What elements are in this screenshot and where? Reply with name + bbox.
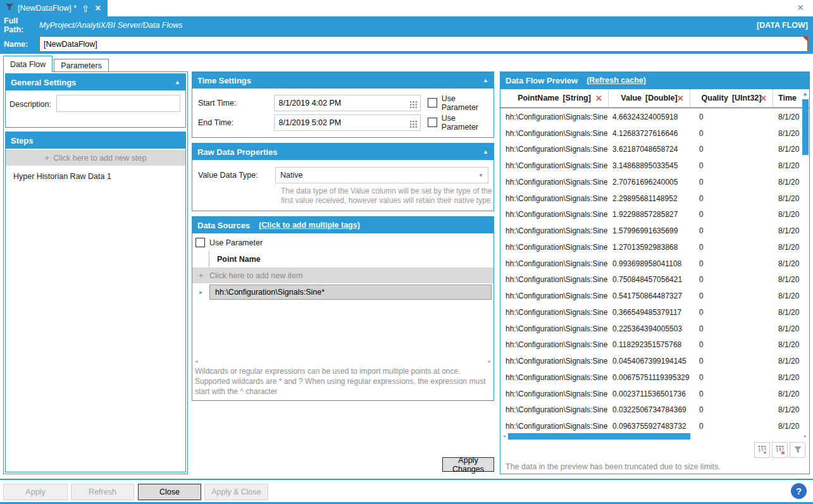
tab-parameters[interactable]: Parameters [54,59,109,72]
data-source-row[interactable]: ▸hh:\Configuration\Signals:Sine* [192,284,493,300]
vertical-scrollbar[interactable]: ▲ [801,90,809,433]
table-cell: 0 [690,340,773,349]
data-source-value[interactable]: hh:\Configuration\Signals:Sine* [209,285,492,300]
step-list-item[interactable]: Hyper Historian Raw Data 1 [6,168,185,185]
point-name-column-header[interactable]: Point Name [192,251,493,267]
filter-button[interactable] [790,442,805,458]
start-time-input[interactable] [274,95,421,111]
date-picker-icon[interactable] [410,119,417,130]
vertical-scrollbar-thumb[interactable] [802,99,809,155]
table-row[interactable]: hh:\Configuration\Signals:Sine0.36654948… [500,304,801,321]
table-cell: hh:\Configuration\Signals:Sine [500,259,609,268]
apply-changes-button[interactable]: Apply Changes [442,457,494,472]
table-row[interactable]: hh:\Configuration\Signals:Sine0.00237115… [500,386,801,402]
table-row[interactable]: hh:\Configuration\Signals:Sine0.54175086… [500,288,801,304]
table-cell: hh:\Configuration\Signals:Sine [500,275,609,284]
preview-toolbar [500,439,809,460]
remove-column-icon[interactable]: ✕ [677,94,684,103]
data-flow-preview-panel: Data Flow Preview (Refresh cache) PointN… [500,71,810,474]
table-row[interactable]: hh:\Configuration\Signals:Sine0.75084845… [500,271,801,288]
table-row[interactable]: hh:\Configuration\Signals:Sine4.12683727… [500,125,801,142]
table-row[interactable]: hh:\Configuration\Signals:Sine0.22536439… [500,321,801,337]
window-close-icon[interactable]: ✕ [797,3,804,13]
promote-icon[interactable]: ⇧ [82,4,90,13]
collapse-icon[interactable]: ▲ [483,77,488,83]
table-row[interactable]: hh:\Configuration\Signals:Sine1.27013592… [500,239,801,255]
end-use-parameter-checkbox[interactable] [428,118,437,127]
table-row[interactable]: hh:\Configuration\Signals:Sine0.03225067… [500,402,801,418]
column-label: Value [621,94,642,102]
horizontal-scrollbar-thumb[interactable] [508,433,690,439]
table-cell: hh:\Configuration\Signals:Sine [500,145,609,154]
column-header-value[interactable]: Value[Double]✕ [609,89,690,108]
refresh-cache-link[interactable]: (Refresh cache) [586,76,646,85]
table-cell: 8/1/20 [773,243,801,252]
table-cell: 8/1/20 [773,113,801,121]
name-input[interactable] [39,36,808,52]
time-settings-header[interactable]: Time Settings ▲ [192,72,493,89]
value-data-type-hint: The data type of the Value column will b… [281,187,494,206]
document-tab[interactable]: [NewDataFlow] * ⇧ ✕ [0,0,108,16]
collapse-icon[interactable]: ▲ [175,79,180,85]
remove-column-filter-button[interactable] [772,442,788,458]
table-cell: hh:\Configuration\Signals:Sine [500,243,609,252]
column-header-pointname[interactable]: PointName[String]✕ [500,89,609,108]
sources-use-parameter-checkbox[interactable] [195,238,205,247]
end-time-input[interactable] [274,114,421,131]
add-item-button[interactable]: + Click here to add new item [192,267,493,283]
table-row[interactable]: hh:\Configuration\Signals:Sine2.29895681… [500,190,801,207]
help-button[interactable]: ? [791,483,807,499]
table-cell: 8/1/20 [773,390,801,398]
close-button[interactable]: Close [138,484,201,500]
table-cell: 8/1/20 [773,405,801,414]
table-row[interactable]: hh:\Configuration\Signals:Sine4.66324324… [500,109,801,125]
add-column-filter-button[interactable] [754,442,770,458]
apply-button[interactable]: Apply [3,484,68,500]
scroll-left-icon[interactable]: ◂ [195,358,198,364]
horizontal-scrollbar[interactable]: ◂ ▸ [500,433,809,439]
apply-close-button[interactable]: Apply & Close [204,484,268,500]
data-sources-title: Data Sources [197,221,250,230]
column-header-quality[interactable]: Quality[UInt32]✕ [690,89,773,108]
date-picker-icon[interactable] [410,99,417,111]
scroll-left-icon[interactable]: ◂ [500,433,508,439]
end-time-label: End Time: [192,118,274,127]
collapse-icon[interactable]: ▲ [483,149,488,155]
table-row[interactable]: hh:\Configuration\Signals:Sine0.00675751… [500,369,801,386]
remove-column-icon[interactable]: ✕ [595,94,602,103]
scroll-right-icon[interactable]: ▸ [802,433,809,439]
scroll-up-icon[interactable]: ▲ [801,90,809,98]
table-cell: 0.00675751119395329 [609,373,690,382]
table-row[interactable]: hh:\Configuration\Signals:Sine3.62187048… [500,141,801,157]
use-parameter-label: Use Parameter [442,114,493,132]
tab-close-icon[interactable]: ✕ [95,4,101,13]
tab-data-flow[interactable]: Data Flow [3,56,53,72]
table-row[interactable]: hh:\Configuration\Signals:Sine3.14868895… [500,157,801,174]
general-settings-header[interactable]: General Settings ▲ [6,74,185,90]
table-row[interactable]: hh:\Configuration\Signals:Sine0.09637559… [500,418,801,433]
table-row[interactable]: hh:\Configuration\Signals:Sine1.57996991… [500,223,801,239]
table-row[interactable]: hh:\Configuration\Signals:Sine2.70761696… [500,174,801,190]
table-cell: 8/1/20 [773,259,801,268]
preview-column-headers: PointName[String]✕Value[Double]✕Quality[… [500,89,809,108]
steps-panel: Steps + Click here to add new step Hyper… [5,132,186,472]
scroll-right-icon[interactable]: ▸ [488,358,491,364]
filter-icon [793,445,803,455]
table-row[interactable]: hh:\Configuration\Signals:Sine0.04540673… [500,353,801,369]
table-row[interactable]: hh:\Configuration\Signals:Sine0.11829235… [500,336,801,353]
description-input[interactable] [56,95,180,112]
add-step-button[interactable]: + Click here to add new step [6,150,185,166]
table-cell: 8/1/20 [773,210,801,219]
table-cell: 8/1/20 [773,422,801,431]
row-expand-icon[interactable]: ▸ [192,289,209,295]
table-row[interactable]: hh:\Configuration\Signals:Sine1.92298857… [500,206,801,223]
preview-table: PointName[String]✕Value[Double]✕Quality[… [500,89,809,439]
table-row[interactable]: hh:\Configuration\Signals:Sine0.99369895… [500,255,801,272]
value-data-type-select[interactable]: Native ▼ [275,167,488,183]
refresh-button[interactable]: Refresh [71,484,134,500]
remove-column-icon[interactable]: ✕ [760,94,767,103]
table-cell: hh:\Configuration\Signals:Sine [500,340,609,349]
start-use-parameter-checkbox[interactable] [428,98,437,108]
raw-data-properties-header[interactable]: Raw Data Properties ▲ [192,144,493,160]
add-multiple-tags-link[interactable]: (Click to add multiple tags) [259,221,360,230]
